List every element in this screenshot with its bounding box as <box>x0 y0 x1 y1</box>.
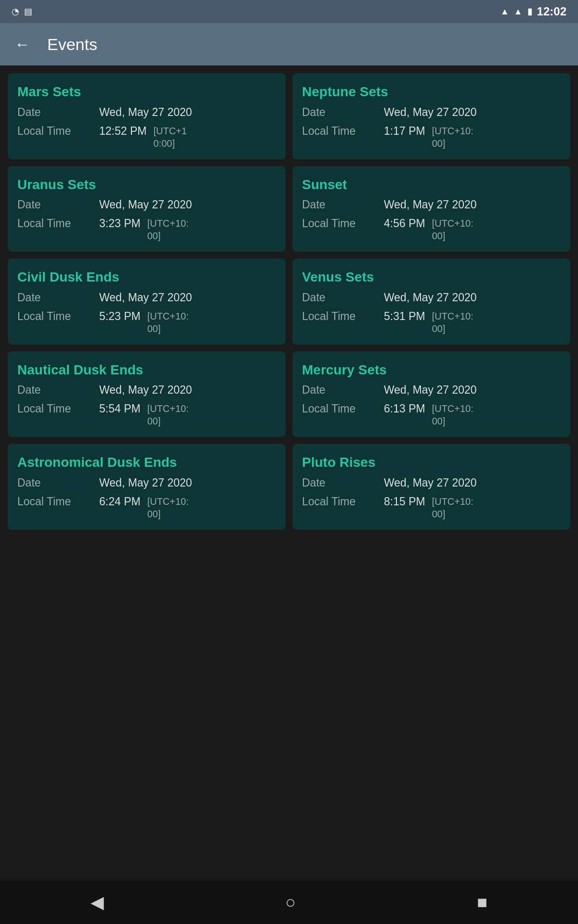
event-title-civil-dusk-ends: Civil Dusk Ends <box>17 269 276 285</box>
event-time-values-pluto-rises: 8:15 PM[UTC+10: 00] <box>384 495 473 520</box>
event-date-value-sunset: Wed, May 27 2020 <box>384 198 477 211</box>
back-button[interactable]: ← <box>14 36 30 53</box>
event-date-row-astronomical-dusk-ends: DateWed, May 27 2020 <box>17 476 276 489</box>
event-time-row-pluto-rises: Local Time8:15 PM[UTC+10: 00] <box>302 495 561 520</box>
event-card-mercury-sets[interactable]: Mercury SetsDateWed, May 27 2020Local Ti… <box>292 351 570 437</box>
toolbar: ← Events <box>0 23 578 65</box>
event-time-values-neptune-sets: 1:17 PM[UTC+10: 00] <box>384 125 473 150</box>
back-nav-icon[interactable]: ◀ <box>91 892 104 912</box>
event-time-pluto-rises: 8:15 PM <box>384 495 425 508</box>
event-time-label-astronomical-dusk-ends: Local Time <box>17 495 99 508</box>
event-time-row-sunset: Local Time4:56 PM[UTC+10: 00] <box>302 217 561 242</box>
event-utc-astronomical-dusk-ends: [UTC+10: 00] <box>147 495 189 520</box>
event-date-label-neptune-sets: Date <box>302 106 384 119</box>
event-time-row-uranus-sets: Local Time3:23 PM[UTC+10: 00] <box>17 217 276 242</box>
event-time-nautical-dusk-ends: 5:54 PM <box>99 402 141 415</box>
event-time-label-neptune-sets: Local Time <box>302 125 384 138</box>
event-date-label-mars-sets: Date <box>17 106 99 119</box>
event-time-values-venus-sets: 5:31 PM[UTC+10: 00] <box>384 310 473 335</box>
event-card-nautical-dusk-ends[interactable]: Nautical Dusk EndsDateWed, May 27 2020Lo… <box>8 351 286 437</box>
event-time-values-mercury-sets: 6:13 PM[UTC+10: 00] <box>384 402 473 427</box>
event-time-label-sunset: Local Time <box>302 217 384 230</box>
event-date-row-pluto-rises: DateWed, May 27 2020 <box>302 476 561 489</box>
event-utc-sunset: [UTC+10: 00] <box>432 217 473 242</box>
event-time-values-astronomical-dusk-ends: 6:24 PM[UTC+10: 00] <box>99 495 189 520</box>
event-time-values-sunset: 4:56 PM[UTC+10: 00] <box>384 217 473 242</box>
event-time-label-nautical-dusk-ends: Local Time <box>17 402 99 415</box>
event-date-value-nautical-dusk-ends: Wed, May 27 2020 <box>99 384 192 397</box>
event-card-civil-dusk-ends[interactable]: Civil Dusk EndsDateWed, May 27 2020Local… <box>8 258 286 345</box>
status-bar-left: ◔ ▤ <box>12 6 32 17</box>
event-utc-nautical-dusk-ends: [UTC+10: 00] <box>147 402 189 427</box>
battery-icon: ▮ <box>527 6 532 17</box>
event-date-label-pluto-rises: Date <box>302 476 384 489</box>
event-date-value-uranus-sets: Wed, May 27 2020 <box>99 198 192 211</box>
event-date-row-neptune-sets: DateWed, May 27 2020 <box>302 106 561 119</box>
event-date-label-venus-sets: Date <box>302 291 384 304</box>
event-time-row-civil-dusk-ends: Local Time5:23 PM[UTC+10: 00] <box>17 310 276 335</box>
event-card-mars-sets[interactable]: Mars SetsDateWed, May 27 2020Local Time1… <box>8 73 286 159</box>
event-date-row-venus-sets: DateWed, May 27 2020 <box>302 291 561 304</box>
event-date-value-mars-sets: Wed, May 27 2020 <box>99 106 192 119</box>
event-title-nautical-dusk-ends: Nautical Dusk Ends <box>17 362 276 378</box>
event-card-uranus-sets[interactable]: Uranus SetsDateWed, May 27 2020Local Tim… <box>8 166 286 252</box>
event-time-sunset: 4:56 PM <box>384 217 425 230</box>
event-card-astronomical-dusk-ends[interactable]: Astronomical Dusk EndsDateWed, May 27 20… <box>8 444 286 530</box>
event-date-label-uranus-sets: Date <box>17 198 99 211</box>
event-date-row-nautical-dusk-ends: DateWed, May 27 2020 <box>17 384 276 397</box>
event-title-venus-sets: Venus Sets <box>302 269 561 285</box>
event-date-value-venus-sets: Wed, May 27 2020 <box>384 291 477 304</box>
bottom-nav: ◀ ○ ■ <box>0 881 578 924</box>
event-time-label-venus-sets: Local Time <box>302 310 384 323</box>
event-title-astronomical-dusk-ends: Astronomical Dusk Ends <box>17 454 276 471</box>
event-time-venus-sets: 5:31 PM <box>384 310 425 323</box>
recent-nav-icon[interactable]: ■ <box>477 892 487 912</box>
event-title-uranus-sets: Uranus Sets <box>17 177 276 193</box>
event-time-mars-sets: 12:52 PM <box>99 125 146 138</box>
event-card-neptune-sets[interactable]: Neptune SetsDateWed, May 27 2020Local Ti… <box>292 73 570 159</box>
event-date-row-civil-dusk-ends: DateWed, May 27 2020 <box>17 291 276 304</box>
status-bar-right: ▲ ▲ ▮ 12:02 <box>500 5 566 18</box>
event-time-label-mars-sets: Local Time <box>17 125 99 138</box>
event-time-label-mercury-sets: Local Time <box>302 402 384 415</box>
event-date-label-sunset: Date <box>302 198 384 211</box>
event-time-values-uranus-sets: 3:23 PM[UTC+10: 00] <box>99 217 189 242</box>
signal-icon: ▲ <box>514 7 523 17</box>
event-utc-pluto-rises: [UTC+10: 00] <box>432 495 473 520</box>
sim-icon: ▤ <box>24 6 32 17</box>
event-date-label-astronomical-dusk-ends: Date <box>17 476 99 489</box>
event-card-venus-sets[interactable]: Venus SetsDateWed, May 27 2020Local Time… <box>292 258 570 345</box>
status-bar: ◔ ▤ ▲ ▲ ▮ 12:02 <box>0 0 578 23</box>
clock: 12:02 <box>537 5 566 18</box>
event-time-mercury-sets: 6:13 PM <box>384 402 425 415</box>
event-title-mars-sets: Mars Sets <box>17 84 276 100</box>
event-date-label-mercury-sets: Date <box>302 384 384 397</box>
event-date-label-civil-dusk-ends: Date <box>17 291 99 304</box>
event-card-pluto-rises[interactable]: Pluto RisesDateWed, May 27 2020Local Tim… <box>292 444 570 530</box>
event-time-values-nautical-dusk-ends: 5:54 PM[UTC+10: 00] <box>99 402 189 427</box>
wifi-icon: ▲ <box>500 7 509 17</box>
event-time-civil-dusk-ends: 5:23 PM <box>99 310 141 323</box>
event-title-mercury-sets: Mercury Sets <box>302 362 561 378</box>
event-utc-neptune-sets: [UTC+10: 00] <box>432 125 473 150</box>
event-time-neptune-sets: 1:17 PM <box>384 125 425 138</box>
event-time-label-civil-dusk-ends: Local Time <box>17 310 99 323</box>
event-date-label-nautical-dusk-ends: Date <box>17 384 99 397</box>
event-time-row-neptune-sets: Local Time1:17 PM[UTC+10: 00] <box>302 125 561 150</box>
event-utc-mars-sets: [UTC+1 0:00] <box>153 125 186 150</box>
event-title-pluto-rises: Pluto Rises <box>302 454 561 471</box>
home-nav-icon[interactable]: ○ <box>285 892 296 912</box>
event-card-sunset[interactable]: SunsetDateWed, May 27 2020Local Time4:56… <box>292 166 570 252</box>
event-time-row-mars-sets: Local Time12:52 PM[UTC+1 0:00] <box>17 125 276 150</box>
event-date-row-sunset: DateWed, May 27 2020 <box>302 198 561 211</box>
event-title-neptune-sets: Neptune Sets <box>302 84 561 100</box>
event-time-row-nautical-dusk-ends: Local Time5:54 PM[UTC+10: 00] <box>17 402 276 427</box>
event-time-row-astronomical-dusk-ends: Local Time6:24 PM[UTC+10: 00] <box>17 495 276 520</box>
event-date-row-uranus-sets: DateWed, May 27 2020 <box>17 198 276 211</box>
event-date-value-pluto-rises: Wed, May 27 2020 <box>384 476 477 489</box>
event-utc-uranus-sets: [UTC+10: 00] <box>147 217 189 242</box>
events-grid: Mars SetsDateWed, May 27 2020Local Time1… <box>0 65 578 538</box>
event-date-value-civil-dusk-ends: Wed, May 27 2020 <box>99 291 192 304</box>
event-utc-venus-sets: [UTC+10: 00] <box>432 310 473 335</box>
event-date-row-mars-sets: DateWed, May 27 2020 <box>17 106 276 119</box>
